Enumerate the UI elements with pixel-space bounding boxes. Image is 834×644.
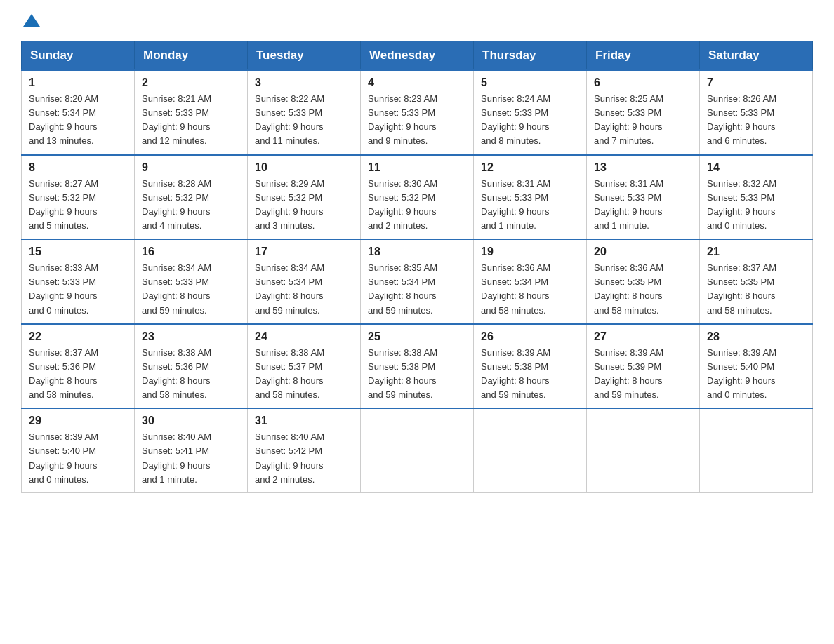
day-number: 21 [707,246,805,258]
calendar-cell [587,408,700,492]
calendar-cell: 21Sunrise: 8:37 AMSunset: 5:35 PMDayligh… [700,239,813,324]
page-header [21,14,813,28]
day-info: Sunrise: 8:38 AMSunset: 5:36 PMDaylight:… [142,346,240,403]
day-info: Sunrise: 8:37 AMSunset: 5:35 PMDaylight:… [707,261,805,318]
day-number: 12 [481,161,579,174]
calendar-cell: 17Sunrise: 8:34 AMSunset: 5:34 PMDayligh… [248,239,361,324]
day-info: Sunrise: 8:36 AMSunset: 5:35 PMDaylight:… [594,261,692,318]
calendar-cell: 16Sunrise: 8:34 AMSunset: 5:33 PMDayligh… [135,239,248,324]
day-number: 20 [594,246,692,258]
day-info: Sunrise: 8:34 AMSunset: 5:33 PMDaylight:… [142,261,240,318]
day-info: Sunrise: 8:23 AMSunset: 5:33 PMDaylight:… [368,92,466,149]
week-row-3: 15Sunrise: 8:33 AMSunset: 5:33 PMDayligh… [22,239,813,324]
calendar-cell: 7Sunrise: 8:26 AMSunset: 5:33 PMDaylight… [700,70,813,155]
day-number: 13 [594,161,692,174]
day-number: 31 [255,415,353,427]
day-number: 15 [29,246,127,258]
week-row-4: 22Sunrise: 8:37 AMSunset: 5:36 PMDayligh… [22,324,813,409]
day-info: Sunrise: 8:31 AMSunset: 5:33 PMDaylight:… [594,177,692,234]
day-info: Sunrise: 8:36 AMSunset: 5:34 PMDaylight:… [481,261,579,318]
calendar-cell: 1Sunrise: 8:20 AMSunset: 5:34 PMDaylight… [22,70,135,155]
logo [21,14,40,28]
calendar-cell: 18Sunrise: 8:35 AMSunset: 5:34 PMDayligh… [361,239,474,324]
day-info: Sunrise: 8:32 AMSunset: 5:33 PMDaylight:… [707,177,805,234]
day-info: Sunrise: 8:22 AMSunset: 5:33 PMDaylight:… [255,92,353,149]
day-number: 25 [368,330,466,343]
day-number: 22 [29,330,127,343]
calendar-cell: 29Sunrise: 8:39 AMSunset: 5:40 PMDayligh… [22,408,135,492]
week-row-5: 29Sunrise: 8:39 AMSunset: 5:40 PMDayligh… [22,408,813,492]
day-info: Sunrise: 8:40 AMSunset: 5:42 PMDaylight:… [255,430,353,487]
day-number: 30 [142,415,240,427]
day-number: 3 [255,76,353,89]
weekday-header-monday: Monday [135,41,248,71]
day-number: 17 [255,246,353,258]
day-number: 7 [707,76,805,89]
weekday-header-tuesday: Tuesday [248,41,361,71]
weekday-header-sunday: Sunday [22,41,135,71]
day-info: Sunrise: 8:31 AMSunset: 5:33 PMDaylight:… [481,177,579,234]
day-info: Sunrise: 8:29 AMSunset: 5:32 PMDaylight:… [255,177,353,234]
day-info: Sunrise: 8:37 AMSunset: 5:36 PMDaylight:… [29,346,127,403]
day-number: 2 [142,76,240,89]
day-info: Sunrise: 8:35 AMSunset: 5:34 PMDaylight:… [368,261,466,318]
calendar-cell: 28Sunrise: 8:39 AMSunset: 5:40 PMDayligh… [700,324,813,409]
calendar-cell: 14Sunrise: 8:32 AMSunset: 5:33 PMDayligh… [700,155,813,240]
day-number: 9 [142,161,240,174]
calendar-cell: 27Sunrise: 8:39 AMSunset: 5:39 PMDayligh… [587,324,700,409]
calendar-cell: 10Sunrise: 8:29 AMSunset: 5:32 PMDayligh… [248,155,361,240]
day-number: 24 [255,330,353,343]
day-number: 8 [29,161,127,174]
day-number: 23 [142,330,240,343]
calendar-cell: 23Sunrise: 8:38 AMSunset: 5:36 PMDayligh… [135,324,248,409]
day-info: Sunrise: 8:27 AMSunset: 5:32 PMDaylight:… [29,177,127,234]
calendar-cell: 25Sunrise: 8:38 AMSunset: 5:38 PMDayligh… [361,324,474,409]
day-info: Sunrise: 8:39 AMSunset: 5:40 PMDaylight:… [707,346,805,403]
day-number: 1 [29,76,127,89]
day-info: Sunrise: 8:38 AMSunset: 5:37 PMDaylight:… [255,346,353,403]
day-info: Sunrise: 8:39 AMSunset: 5:38 PMDaylight:… [481,346,579,403]
day-info: Sunrise: 8:20 AMSunset: 5:34 PMDaylight:… [29,92,127,149]
day-info: Sunrise: 8:40 AMSunset: 5:41 PMDaylight:… [142,430,240,487]
calendar-cell [361,408,474,492]
day-number: 28 [707,330,805,343]
day-number: 27 [594,330,692,343]
day-info: Sunrise: 8:38 AMSunset: 5:38 PMDaylight:… [368,346,466,403]
calendar-cell: 2Sunrise: 8:21 AMSunset: 5:33 PMDaylight… [135,70,248,155]
weekday-header-friday: Friday [587,41,700,71]
day-info: Sunrise: 8:34 AMSunset: 5:34 PMDaylight:… [255,261,353,318]
calendar-cell: 3Sunrise: 8:22 AMSunset: 5:33 PMDaylight… [248,70,361,155]
day-info: Sunrise: 8:21 AMSunset: 5:33 PMDaylight:… [142,92,240,149]
day-number: 19 [481,246,579,258]
day-number: 18 [368,246,466,258]
day-info: Sunrise: 8:24 AMSunset: 5:33 PMDaylight:… [481,92,579,149]
calendar-cell: 8Sunrise: 8:27 AMSunset: 5:32 PMDaylight… [22,155,135,240]
calendar-cell: 11Sunrise: 8:30 AMSunset: 5:32 PMDayligh… [361,155,474,240]
calendar-cell: 24Sunrise: 8:38 AMSunset: 5:37 PMDayligh… [248,324,361,409]
calendar-cell: 31Sunrise: 8:40 AMSunset: 5:42 PMDayligh… [248,408,361,492]
day-number: 5 [481,76,579,89]
week-row-2: 8Sunrise: 8:27 AMSunset: 5:32 PMDaylight… [22,155,813,240]
day-info: Sunrise: 8:26 AMSunset: 5:33 PMDaylight:… [707,92,805,149]
weekday-header-row: SundayMondayTuesdayWednesdayThursdayFrid… [22,41,813,71]
day-number: 10 [255,161,353,174]
calendar-cell: 4Sunrise: 8:23 AMSunset: 5:33 PMDaylight… [361,70,474,155]
calendar-cell: 9Sunrise: 8:28 AMSunset: 5:32 PMDaylight… [135,155,248,240]
day-info: Sunrise: 8:25 AMSunset: 5:33 PMDaylight:… [594,92,692,149]
day-number: 4 [368,76,466,89]
calendar-cell: 22Sunrise: 8:37 AMSunset: 5:36 PMDayligh… [22,324,135,409]
day-number: 14 [707,161,805,174]
calendar-cell [700,408,813,492]
calendar-cell: 15Sunrise: 8:33 AMSunset: 5:33 PMDayligh… [22,239,135,324]
calendar-cell: 20Sunrise: 8:36 AMSunset: 5:35 PMDayligh… [587,239,700,324]
calendar-cell: 6Sunrise: 8:25 AMSunset: 5:33 PMDaylight… [587,70,700,155]
day-number: 11 [368,161,466,174]
week-row-1: 1Sunrise: 8:20 AMSunset: 5:34 PMDaylight… [22,70,813,155]
calendar-cell [474,408,587,492]
weekday-header-wednesday: Wednesday [361,41,474,71]
day-number: 16 [142,246,240,258]
calendar-cell: 30Sunrise: 8:40 AMSunset: 5:41 PMDayligh… [135,408,248,492]
calendar-cell: 5Sunrise: 8:24 AMSunset: 5:33 PMDaylight… [474,70,587,155]
calendar-cell: 13Sunrise: 8:31 AMSunset: 5:33 PMDayligh… [587,155,700,240]
day-number: 6 [594,76,692,89]
